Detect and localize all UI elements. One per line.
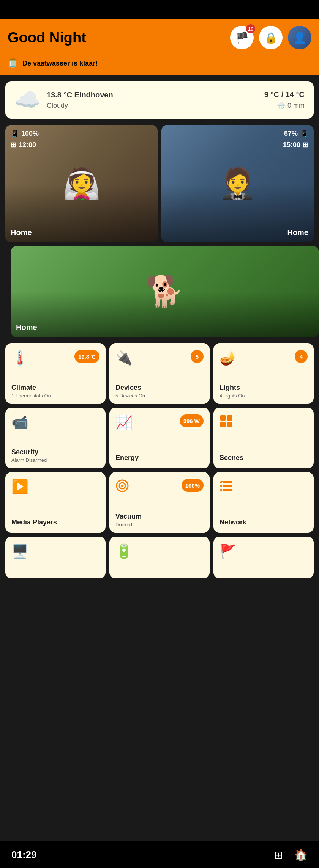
energy-card-bottom: Energy: [115, 454, 204, 463]
dog-card-overlay: [11, 246, 319, 337]
vacuum-badge: 100%: [182, 479, 204, 492]
grid-icon-1: ⊞: [11, 141, 16, 149]
flag-card-icon: 🚩: [220, 543, 237, 559]
media-card-bottom: Media Players: [11, 518, 99, 527]
phone-icon-2: 📱: [300, 129, 308, 138]
phone-icon-1: 📱: [11, 129, 19, 138]
notification-bar: 🫙 De vaatwasser is klaar!: [0, 55, 319, 75]
person-cards-row: 👰 📱 100% ⊞ 12:00 Home 🤵 📱 87% ⊞ 15:00: [5, 125, 314, 242]
devices-card[interactable]: 🔌 5 Devices 5 Devices On: [109, 343, 210, 404]
devices-card-top: 🔌 5: [115, 350, 204, 366]
energy-title: Energy: [115, 454, 204, 462]
climate-card-top: 🌡️ 19.8°C: [11, 350, 99, 366]
flag-icon: 🏴: [235, 31, 249, 44]
rain-amount: 0 mm: [287, 102, 305, 110]
lights-card-bottom: Lights 4 Lights On: [220, 384, 308, 399]
bottom-nav: 01:29 ⊞ 🏠: [0, 841, 319, 868]
greeting-title: Good Night: [8, 30, 86, 46]
svg-point-12: [222, 489, 223, 491]
weather-hi-lo: 9 °C / 14 °C: [264, 90, 305, 99]
person-card-1-stats: 📱 100% ⊞ 12:00: [11, 129, 152, 149]
rain-icon: 🌧️: [277, 101, 285, 110]
weather-card[interactable]: ☁️ 13.8 °C Eindhoven Cloudy 9 °C / 14 °C…: [5, 81, 314, 119]
battery-icon: 🔋: [115, 543, 133, 559]
grid-icon-2: ⊞: [303, 141, 308, 149]
network-card-bottom: Network: [220, 518, 308, 527]
header: Good Night 🏴 10 🔒 👤: [0, 19, 319, 55]
network-card-top: [220, 479, 308, 496]
vacuum-icon: [115, 479, 129, 496]
scenes-card-top: [220, 414, 308, 432]
vacuum-subtitle: Docked: [115, 522, 204, 527]
media-title: Media Players: [11, 518, 99, 526]
person-1-time: ⊞ 12:00: [11, 141, 152, 149]
svg-point-10: [222, 482, 223, 483]
person-2-name: Home: [287, 228, 308, 237]
lights-subtitle: 4 Lights On: [220, 393, 308, 399]
scenes-card-bottom: Scenes: [220, 454, 308, 463]
media-icon: ▶️: [11, 479, 28, 495]
bottom-time: 01:29: [11, 849, 37, 861]
lights-title: Lights: [220, 384, 308, 392]
climate-subtitle: 1 Thermostats On: [11, 393, 99, 399]
cloud-icon: ☁️: [14, 89, 41, 110]
vacuum-title: Vacuum: [115, 513, 204, 521]
camera-icon: 📹: [11, 414, 28, 430]
network-title: Network: [220, 518, 308, 526]
network-icon: [220, 479, 233, 496]
lights-card-top: 🪔 4: [220, 350, 308, 366]
lamp-icon: 🪔: [220, 350, 237, 366]
network-card[interactable]: Network: [213, 472, 314, 533]
desktop-icon: 🖥️: [11, 543, 28, 559]
notification-badge: 10: [246, 24, 255, 33]
notifications-button[interactable]: 🏴 10: [230, 26, 254, 49]
partial-card-desktop[interactable]: 🖥️: [5, 537, 106, 578]
weather-main: 13.8 °C Eindhoven Cloudy: [47, 91, 258, 110]
partial-card-flag[interactable]: 🚩: [213, 537, 314, 578]
person-1-name: Home: [11, 228, 32, 237]
thermometer-icon: 🌡️: [11, 350, 28, 366]
dishwasher-icon: 🫙: [8, 58, 18, 68]
partial-card-battery[interactable]: 🔋: [109, 537, 210, 578]
devices-title: Devices: [115, 384, 204, 392]
header-icons: 🏴 10 🔒 👤: [230, 26, 311, 49]
vacuum-card[interactable]: 100% Vacuum Docked: [109, 472, 210, 533]
person-2-battery: 📱 87%: [284, 129, 308, 138]
devices-card-bottom: Devices 5 Devices On: [115, 384, 204, 399]
home-nav-icon[interactable]: 🏠: [294, 849, 308, 861]
security-card[interactable]: 📹 Security Alarm Disarmed: [5, 408, 106, 468]
dog-card-name: Home: [16, 323, 37, 332]
grid-nav-icon[interactable]: ⊞: [274, 849, 283, 861]
security-card-bottom: Security Alarm Disarmed: [11, 448, 99, 463]
notification-text: De vaatwasser is klaar!: [22, 60, 98, 67]
scenes-card[interactable]: Scenes: [213, 408, 314, 468]
security-subtitle: Alarm Disarmed: [11, 457, 99, 463]
svg-point-6: [121, 485, 123, 487]
bottom-spacer: [0, 578, 319, 609]
vacuum-card-bottom: Vacuum Docked: [115, 513, 204, 527]
person-card-1[interactable]: 👰 📱 100% ⊞ 12:00 Home: [5, 125, 158, 242]
avatar[interactable]: 👤: [288, 26, 311, 49]
person-card-2-stats: 📱 87% ⊞ 15:00: [167, 129, 308, 149]
lock-button[interactable]: 🔒: [259, 26, 283, 49]
security-card-top: 📹: [11, 414, 99, 430]
person-2-time: ⊞ 15:00: [283, 141, 308, 149]
climate-card[interactable]: 🌡️ 19.8°C Climate 1 Thermostats On: [5, 343, 106, 404]
person-card-dog[interactable]: 🐕 Home: [11, 246, 319, 337]
weather-right: 9 °C / 14 °C 🌧️ 0 mm: [264, 90, 305, 110]
energy-card[interactable]: 📈 396 W Energy: [109, 408, 210, 468]
lights-card[interactable]: 🪔 4 Lights 4 Lights On: [213, 343, 314, 404]
security-title: Security: [11, 448, 99, 456]
lock-icon: 🔒: [264, 31, 278, 44]
devices-subtitle: 5 Devices On: [115, 393, 204, 399]
dog-card-wrapper: 🐕 Home: [5, 246, 314, 337]
person-card-2[interactable]: 🤵 📱 87% ⊞ 15:00 Home: [161, 125, 314, 242]
partial-cards-row: 🖥️ 🔋 🚩: [5, 537, 314, 578]
climate-badge: 19.8°C: [74, 350, 99, 363]
media-card[interactable]: ▶️ Media Players: [5, 472, 106, 533]
svg-rect-3: [227, 422, 232, 427]
scenes-icon: [220, 414, 233, 432]
lights-badge: 4: [295, 350, 308, 363]
weather-rain: 🌧️ 0 mm: [264, 101, 305, 110]
climate-card-bottom: Climate 1 Thermostats On: [11, 384, 99, 399]
